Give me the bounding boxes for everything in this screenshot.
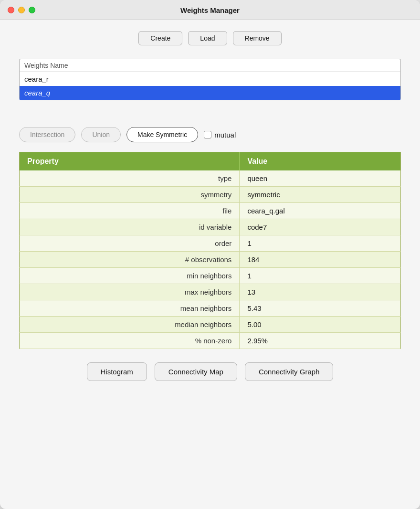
table-row: order1 xyxy=(20,235,401,252)
table-cell-property: symmetry xyxy=(20,187,240,203)
table-row: % non-zero2.95% xyxy=(20,333,401,349)
toolbar: Create Load Remove xyxy=(19,31,401,45)
intersection-button[interactable]: Intersection xyxy=(19,127,75,142)
table-cell-value: ceara_q.gal xyxy=(240,203,401,219)
table-cell-property: mean neighbors xyxy=(20,300,240,317)
table-row: max neighbors13 xyxy=(20,284,401,300)
title-bar: Weights Manager xyxy=(0,0,420,20)
table-row: # observations184 xyxy=(20,252,401,268)
table-cell-value: 1 xyxy=(240,235,401,252)
table-row: fileceara_q.gal xyxy=(20,203,401,219)
close-button[interactable] xyxy=(8,7,14,13)
bottom-buttons: Histogram Connectivity Map Connectivity … xyxy=(19,362,401,381)
table-cell-property: file xyxy=(20,203,240,219)
main-window: Weights Manager Create Load Remove Weigh… xyxy=(0,0,420,509)
properties-table: Property Value typequeensymmetrysymmetri… xyxy=(19,152,401,349)
remove-button[interactable]: Remove xyxy=(233,31,282,45)
table-cell-property: median neighbors xyxy=(20,317,240,333)
table-row: min neighbors1 xyxy=(20,268,401,284)
mutual-checkbox[interactable] xyxy=(204,131,211,138)
connectivity-graph-button[interactable]: Connectivity Graph xyxy=(245,362,334,381)
col-property-header: Property xyxy=(20,152,240,171)
traffic-lights xyxy=(8,7,35,13)
mutual-label: mutual xyxy=(214,131,236,139)
table-cell-value: 1 xyxy=(240,268,401,284)
weights-list: ceara_r ceara_q xyxy=(19,72,401,100)
table-cell-property: max neighbors xyxy=(20,284,240,300)
weights-item-ceara-q[interactable]: ceara_q xyxy=(20,86,400,100)
table-cell-value: 5.43 xyxy=(240,300,401,317)
table-cell-property: # observations xyxy=(20,252,240,268)
weights-item-ceara-r[interactable]: ceara_r xyxy=(20,72,400,86)
col-value-header: Value xyxy=(240,152,401,171)
table-row: mean neighbors5.43 xyxy=(20,300,401,317)
table-cell-property: id variable xyxy=(20,219,240,235)
weights-name-label: Weights Name xyxy=(19,59,401,72)
minimize-button[interactable] xyxy=(18,7,25,13)
create-button[interactable]: Create xyxy=(138,31,182,45)
table-cell-value: 13 xyxy=(240,284,401,300)
table-row: median neighbors5.00 xyxy=(20,317,401,333)
table-cell-value: 5.00 xyxy=(240,317,401,333)
load-button[interactable]: Load xyxy=(188,31,227,45)
table-cell-property: min neighbors xyxy=(20,268,240,284)
table-cell-value: symmetric xyxy=(240,187,401,203)
table-body: typequeensymmetrysymmetricfileceara_q.ga… xyxy=(20,170,401,349)
union-button[interactable]: Union xyxy=(81,127,121,142)
table-row: id variablecode7 xyxy=(20,219,401,235)
maximize-button[interactable] xyxy=(29,7,35,13)
table-cell-property: % non-zero xyxy=(20,333,240,349)
window-title: Weights Manager xyxy=(180,6,240,14)
histogram-button[interactable]: Histogram xyxy=(87,362,147,381)
table-row: typequeen xyxy=(20,170,401,187)
table-cell-property: order xyxy=(20,235,240,252)
connectivity-map-button[interactable]: Connectivity Map xyxy=(155,362,237,381)
weights-section: Weights Name ceara_r ceara_q xyxy=(19,59,401,100)
table-cell-value: 184 xyxy=(240,252,401,268)
table-cell-value: queen xyxy=(240,170,401,187)
table-cell-value: code7 xyxy=(240,219,401,235)
operations-row: Intersection Union Make Symmetric mutual xyxy=(19,127,401,142)
make-symmetric-button[interactable]: Make Symmetric xyxy=(126,127,198,142)
table-row: symmetrysymmetric xyxy=(20,187,401,203)
table-header-row: Property Value xyxy=(20,152,401,171)
content-area: Create Load Remove Weights Name ceara_r … xyxy=(0,20,420,509)
table-cell-value: 2.95% xyxy=(240,333,401,349)
table-cell-property: type xyxy=(20,170,240,187)
mutual-checkbox-wrapper: mutual xyxy=(204,131,236,139)
